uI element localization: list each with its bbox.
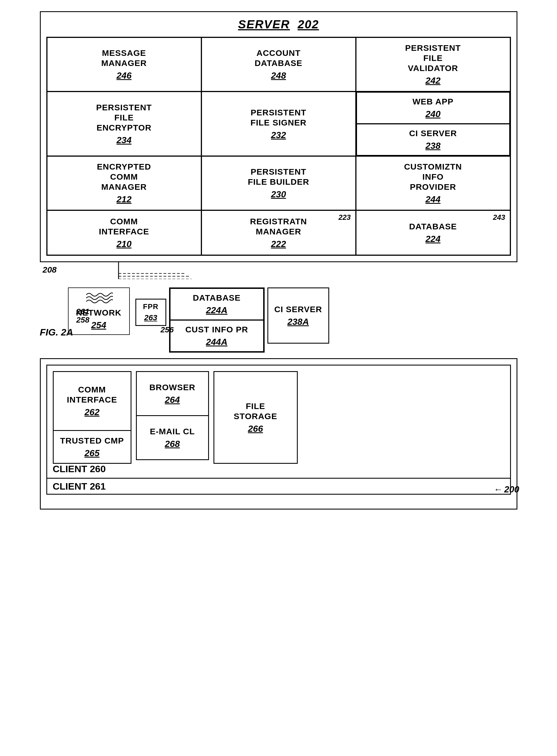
ci-server-number: 238 (426, 140, 440, 151)
persistent-file-encryptor-cell: PERSISTENT FILE ENCRYPTOR 234 (47, 92, 201, 156)
trusted-cmp-box: TRUSTED CMP 265 (53, 430, 131, 464)
database-224-title: DATABASE (409, 221, 457, 231)
fpr-number: 263 (144, 313, 157, 322)
ci-server-title: CI SERVER (409, 128, 457, 138)
persistent-file-encryptor-number: 234 (117, 135, 131, 146)
persistent-file-signer-title: PERSISTENT FILE SIGNER (251, 107, 306, 128)
persistent-file-builder-cell: PERSISTENT FILE BUILDER 230 (201, 156, 356, 210)
server-title: SERVER 202 (46, 18, 511, 31)
server-number: 202 (297, 18, 319, 31)
email-cl-268-box: E-MAIL CL 268 (136, 415, 209, 460)
network-number: 254 (91, 320, 106, 330)
fpr-box: FPR 263 (136, 299, 166, 326)
email-cl-268-number: 268 (165, 439, 180, 449)
registratn-manager-number: 222 (271, 239, 286, 249)
ref-256-label: 256 (161, 325, 174, 334)
persistent-file-encryptor-title: PERSISTENT FILE ENCRYPTOR (96, 102, 152, 133)
connector-243-label: 243 (493, 213, 505, 222)
server-title-text: SERVER (238, 18, 290, 31)
persistent-file-validator-cell: PERSISTENT FILE VALIDATOR 242 (356, 37, 510, 92)
comm-interface-210-number: 210 (117, 239, 131, 249)
registratn-manager-cell: 223 REGISTRATN MANAGER 222 (201, 210, 356, 255)
customiztn-info-provider-cell: CUSTOMIZTN INFO PROVIDER 244 (356, 156, 510, 210)
client-260-box: COMM INTERFACE 262 TRUSTED CMP 265 BROWS… (46, 365, 511, 479)
trusted-cmp-number: 265 (85, 448, 99, 459)
ci-server-cell: CI SERVER 238 (356, 124, 510, 156)
encrypted-comm-manager-title: ENCRYPTED COMM MANAGER (97, 162, 151, 192)
server-202-box: SERVER 202 MESSAGE MANAGER 246 ACCOUNT D… (40, 11, 518, 262)
comm-interface-210-title: COMM INTERFACE (99, 216, 149, 237)
comm-interface-262-box: COMM INTERFACE 262 (53, 371, 131, 431)
persistent-file-builder-number: 230 (271, 189, 286, 199)
browser-264-number: 264 (165, 395, 180, 405)
remote-database-cell: DATABASE 224A (170, 288, 264, 320)
browser-264-box: BROWSER 264 (136, 371, 209, 416)
client-261-box: CLIENT 261 (46, 478, 511, 495)
comm-interface-262-title: COMM INTERFACE (67, 385, 117, 405)
persistent-file-signer-cell: PERSISTENT FILE SIGNER 232 (201, 92, 356, 156)
remote-cust-info-cell: CUST INFO PR 244A (170, 320, 264, 352)
remote-stacked-box: DATABASE 224A CUST INFO PR 244A (169, 287, 265, 353)
message-manager-cell: MESSAGE MANAGER 246 (47, 37, 201, 92)
web-app-title: WEB APP (413, 97, 453, 107)
file-storage-wrapper: FILE STORAGE 266 (213, 371, 298, 464)
network-row: FIG. 2A 261 258 256 NETWORK 254 (40, 282, 518, 353)
database-224-number: 224 (426, 234, 440, 244)
file-storage-266-box: FILE STORAGE 266 (213, 371, 298, 464)
database-224-cell: 243 DATABASE 224 (356, 210, 510, 255)
ci-server-238a-number: 238A (287, 317, 309, 327)
browser-264-title: BROWSER (149, 382, 196, 392)
arrow-left-icon: ← (494, 484, 502, 495)
right-col-row2: WEB APP 240 CI SERVER 238 (356, 92, 510, 156)
remote-cust-info-title: CUST INFO PR (185, 324, 248, 335)
connector-223-label: 223 (339, 213, 351, 222)
customiztn-info-provider-number: 244 (426, 194, 440, 204)
remote-database-title: DATABASE (193, 293, 240, 303)
squiggly-icon (85, 292, 113, 306)
ref-200-arrow: ← 200 (494, 484, 519, 495)
network-title: NETWORK (76, 308, 122, 318)
fpr-box-wrapper: FPR 263 (136, 299, 166, 326)
persistent-file-validator-title: PERSISTENT FILE VALIDATOR (405, 43, 461, 73)
persistent-file-validator-number: 242 (426, 75, 440, 86)
ci-server-238a-wrapper: CI SERVER 238A (267, 287, 329, 344)
fpr-title: FPR (143, 302, 158, 311)
remote-stacked-wrapper: DATABASE 224A CUST INFO PR 244A (169, 287, 265, 353)
ci-server-238a-box: CI SERVER 238A (267, 287, 329, 344)
encrypted-comm-manager-cell: ENCRYPTED COMM MANAGER 212 (47, 156, 201, 210)
comm-interface-262-number: 262 (85, 407, 99, 417)
ref-200-number: 200 (504, 484, 519, 495)
message-manager-number: 246 (117, 70, 131, 81)
remote-cust-info-number: 244A (206, 337, 228, 347)
file-storage-266-title: FILE STORAGE (234, 401, 277, 421)
persistent-file-builder-title: PERSISTENT FILE BUILDER (248, 167, 309, 187)
outer-200-box: COMM INTERFACE 262 TRUSTED CMP 265 BROWS… (40, 358, 518, 509)
web-app-number: 240 (426, 109, 440, 119)
client-middle-col: BROWSER 264 E-MAIL CL 268 (136, 371, 209, 464)
registratn-manager-title: REGISTRATN MANAGER (250, 216, 307, 237)
network-box: NETWORK 254 (68, 287, 130, 335)
customiztn-info-provider-title: CUSTOMIZTN INFO PROVIDER (404, 162, 462, 192)
file-storage-266-number: 266 (248, 423, 263, 434)
account-database-cell: ACCOUNT DATABASE 248 (201, 37, 356, 92)
connector-208-area: 208 (40, 262, 518, 279)
encrypted-comm-manager-number: 212 (117, 194, 131, 204)
connection-lines-svg (40, 262, 518, 279)
account-database-title: ACCOUNT DATABASE (255, 48, 302, 68)
remote-database-number: 224A (206, 305, 228, 316)
message-manager-title: MESSAGE MANAGER (101, 48, 147, 68)
web-app-cell: WEB APP 240 (356, 92, 510, 124)
email-cl-268-title: E-MAIL CL (150, 427, 195, 437)
account-database-number: 248 (271, 70, 286, 81)
network-box-wrapper: NETWORK 254 (68, 287, 130, 335)
ci-server-238a-title: CI SERVER (274, 304, 322, 314)
client-260-inner: COMM INTERFACE 262 TRUSTED CMP 265 BROWS… (53, 371, 504, 464)
trusted-cmp-title: TRUSTED CMP (60, 436, 124, 446)
comm-interface-210-cell: COMM INTERFACE 210 (47, 210, 201, 255)
client-left-col: COMM INTERFACE 262 TRUSTED CMP 265 (53, 371, 131, 464)
client-261-label: CLIENT 261 (53, 481, 106, 492)
persistent-file-signer-number: 232 (271, 130, 286, 140)
client-260-label: CLIENT 260 (53, 464, 106, 474)
